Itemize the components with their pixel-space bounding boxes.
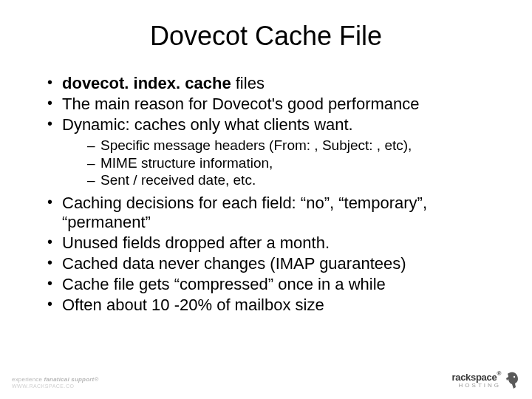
bullet-item: Often about 10 -20% of mailbox size xyxy=(47,296,502,315)
brand-subtext: HOSTING xyxy=(451,383,501,389)
slide: Dovecot Cache File dovecot. index. cache… xyxy=(0,0,532,399)
brand-reg: ® xyxy=(497,370,501,377)
tagline-emph: fanatical support xyxy=(44,376,95,383)
rackspace-logo-icon xyxy=(505,371,520,390)
sub-bullet-item: Sent / received date, etc. xyxy=(87,172,502,189)
bullet-text: files xyxy=(231,74,265,92)
bullet-item: Cache file gets “compressed” once in a w… xyxy=(47,275,502,294)
footer-right: rackspace® HOSTING xyxy=(451,371,520,390)
sub-bullet-item: Specific message headers (From: , Subjec… xyxy=(87,137,502,154)
bullet-item: Unused fields dropped after a month. xyxy=(47,233,502,253)
bullet-item: The main reason for Dovecot's good perfo… xyxy=(47,95,502,114)
tagline-reg: ® xyxy=(94,376,98,383)
bullet-item: Dynamic: caches only what clients want. … xyxy=(47,115,502,189)
bullet-item: dovecot. index. cache files xyxy=(47,74,502,93)
brand-name-text: rackspace xyxy=(451,372,497,383)
bullet-bold: dovecot. index. cache xyxy=(62,74,231,92)
bullet-item: Cached data never changes (IMAP guarante… xyxy=(47,254,502,273)
bullet-text: Dynamic: caches only what clients want. xyxy=(62,115,353,134)
brand-text: rackspace® HOSTING xyxy=(451,372,501,389)
footer-left: experience fanatical support® WWW.RACKSP… xyxy=(12,376,99,389)
sub-bullet-item: MIME structure information, xyxy=(87,155,502,172)
tagline-prefix: experience xyxy=(12,376,44,383)
brand-name: rackspace® xyxy=(451,372,501,382)
bullet-list: dovecot. index. cache files The main rea… xyxy=(30,74,502,315)
footer-url: WWW.RACKSPACE.CO xyxy=(12,383,99,389)
slide-title: Dovecot Cache File xyxy=(30,21,502,52)
sub-bullet-list: Specific message headers (From: , Subjec… xyxy=(62,137,502,189)
footer-tagline: experience fanatical support® xyxy=(12,376,99,383)
bullet-item: Caching decisions for each field: “no”, … xyxy=(47,194,502,232)
svg-point-0 xyxy=(514,376,515,378)
